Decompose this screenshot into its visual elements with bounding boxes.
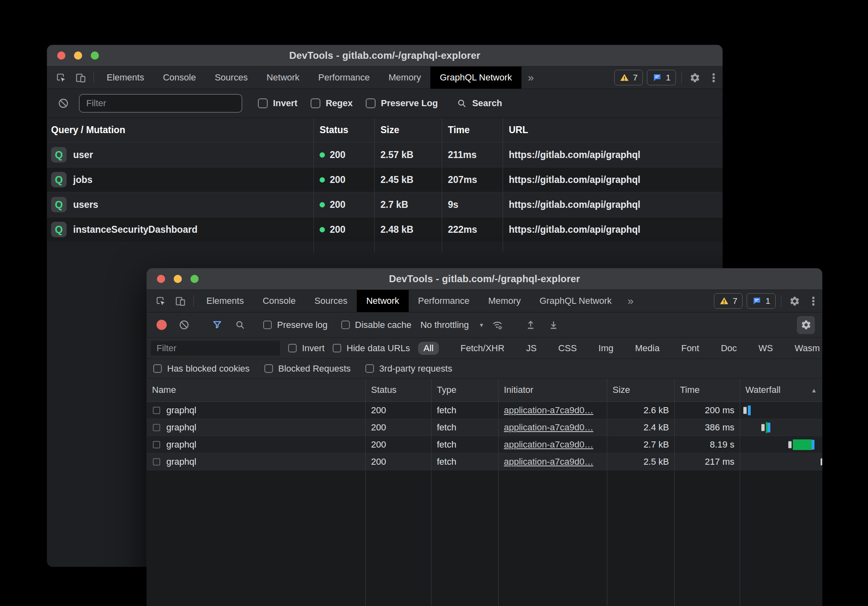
tab-network[interactable]: Network [357, 290, 409, 312]
filter-chip-fetch-xhr[interactable]: Fetch/XHR [455, 342, 510, 355]
overflow-menu-icon[interactable]: ⋮ [804, 290, 822, 312]
preserve-log-checkbox[interactable] [366, 98, 376, 108]
issues-warning-badge[interactable]: 7 [714, 293, 743, 309]
tab-graphql-network[interactable]: GraphQL Network [430, 67, 521, 89]
query-url: https://gitlab.com/api/graphql [503, 192, 723, 217]
messages-badge[interactable]: 1 [647, 70, 676, 85]
initiator-link[interactable]: application-a7ca9d0… [504, 439, 593, 450]
row-checkbox[interactable] [153, 407, 160, 414]
tab-elements[interactable]: Elements [97, 67, 154, 89]
initiator-link[interactable]: application-a7ca9d0… [504, 457, 593, 467]
tab-network[interactable]: Network [257, 67, 309, 89]
query-row-user[interactable]: Quser 200 2.57 kB 211ms https://gitlab.c… [47, 142, 723, 167]
column-header-type[interactable]: Type [431, 379, 498, 401]
tab-sources[interactable]: Sources [205, 67, 257, 89]
more-tabs-icon[interactable]: » [521, 67, 540, 89]
inspect-element-icon[interactable] [151, 290, 170, 312]
network-filter-input[interactable] [151, 341, 280, 356]
search-button[interactable]: Search [456, 98, 502, 109]
filter-chip-font[interactable]: Font [676, 342, 705, 355]
preserve-log-checkbox[interactable] [263, 321, 272, 329]
hide-data-urls-checkbox[interactable] [333, 344, 341, 352]
column-header-size[interactable]: Size [374, 118, 442, 142]
request-row[interactable]: graphql 200 fetch application-a7ca9d0… 2… [147, 402, 822, 419]
column-header-size[interactable]: Size [607, 379, 674, 401]
filter-chip-ws[interactable]: WS [753, 342, 778, 355]
filter-chip-img[interactable]: Img [593, 342, 619, 355]
filter-chip-css[interactable]: CSS [553, 342, 582, 355]
disable-cache-checkbox[interactable] [341, 321, 350, 329]
close-window-button[interactable] [57, 51, 65, 60]
invert-checkbox[interactable] [258, 98, 268, 108]
status-code: 200 [330, 174, 345, 185]
column-header-initiator[interactable]: Initiator [498, 379, 607, 401]
settings-gear-icon[interactable] [685, 67, 705, 89]
column-header-waterfall[interactable]: Waterfall ▲ [740, 379, 822, 401]
maximize-window-button[interactable] [91, 51, 99, 60]
tab-sources[interactable]: Sources [305, 290, 357, 312]
device-toolbar-icon[interactable] [170, 290, 190, 312]
throttling-dropdown[interactable]: No throttling ▼ [421, 320, 484, 330]
import-har-icon[interactable] [521, 319, 540, 330]
column-header-status[interactable]: Status [313, 118, 374, 142]
column-header-url[interactable]: URL [503, 118, 723, 142]
has-blocked-cookies-checkbox[interactable] [153, 364, 162, 373]
column-header-name[interactable]: Name [147, 379, 365, 401]
record-network-log-button[interactable] [157, 320, 167, 330]
request-row[interactable]: graphql 200 fetch application-a7ca9d0… 2… [147, 453, 822, 470]
issues-warning-badge[interactable]: 7 [614, 70, 643, 85]
query-row-instance-security-dashboard[interactable]: QinstanceSecurityDashboard 200 2.48 kB 2… [47, 217, 723, 242]
messages-badge[interactable]: 1 [747, 293, 776, 309]
row-checkbox[interactable] [153, 441, 160, 448]
third-party-requests-checkbox[interactable] [365, 364, 374, 373]
tab-console[interactable]: Console [253, 290, 305, 312]
clear-icon[interactable] [54, 98, 73, 109]
close-window-button[interactable] [157, 275, 165, 283]
overflow-menu-icon[interactable]: ⋮ [705, 67, 723, 89]
filter-funnel-icon[interactable] [207, 319, 227, 330]
regex-checkbox[interactable] [311, 98, 320, 108]
filter-chip-doc[interactable]: Doc [716, 342, 742, 355]
column-header-query-mutation[interactable]: Query / Mutation [47, 118, 313, 142]
request-row[interactable]: graphql 200 fetch application-a7ca9d0… 2… [147, 436, 822, 453]
tab-memory[interactable]: Memory [479, 290, 530, 312]
column-header-status[interactable]: Status [365, 379, 431, 401]
tab-performance[interactable]: Performance [309, 67, 379, 89]
tab-memory[interactable]: Memory [379, 67, 430, 89]
filter-chip-js[interactable]: JS [521, 342, 542, 355]
blocked-requests-checkbox[interactable] [264, 364, 273, 373]
row-checkbox[interactable] [153, 458, 160, 466]
initiator-link[interactable]: application-a7ca9d0… [504, 405, 593, 416]
column-header-time[interactable]: Time [442, 118, 503, 142]
network-settings-gear-icon[interactable] [797, 316, 815, 334]
minimize-window-button[interactable] [74, 51, 82, 60]
invert-checkbox[interactable] [288, 344, 297, 352]
inspect-element-icon[interactable] [51, 67, 71, 89]
request-name: graphql [166, 457, 196, 467]
filter-input[interactable] [79, 94, 242, 113]
chevron-down-icon: ▼ [479, 322, 484, 328]
query-row-users[interactable]: Qusers 200 2.7 kB 9s https://gitlab.com/… [47, 192, 723, 217]
clear-icon[interactable] [174, 319, 194, 330]
search-icon[interactable] [230, 319, 250, 330]
network-conditions-icon[interactable] [488, 319, 507, 331]
filter-chip-wasm[interactable]: Wasm [790, 342, 822, 355]
tab-graphql-network[interactable]: GraphQL Network [530, 290, 621, 312]
row-checkbox[interactable] [153, 424, 160, 431]
tab-console[interactable]: Console [154, 67, 206, 89]
query-time: 9s [442, 192, 503, 217]
minimize-window-button[interactable] [174, 275, 182, 283]
query-row-jobs[interactable]: Qjobs 200 2.45 kB 207ms https://gitlab.c… [47, 167, 723, 192]
filter-chip-media[interactable]: Media [630, 342, 665, 355]
maximize-window-button[interactable] [190, 275, 199, 283]
initiator-link[interactable]: application-a7ca9d0… [504, 422, 593, 433]
device-toolbar-icon[interactable] [71, 67, 90, 89]
request-row[interactable]: graphql 200 fetch application-a7ca9d0… 2… [147, 419, 822, 436]
settings-gear-icon[interactable] [785, 290, 804, 312]
tab-elements[interactable]: Elements [197, 290, 253, 312]
export-har-icon[interactable] [544, 319, 563, 330]
column-header-time[interactable]: Time [674, 379, 740, 401]
more-tabs-icon[interactable]: » [621, 290, 640, 312]
filter-chip-all[interactable]: All [418, 342, 438, 355]
tab-performance[interactable]: Performance [409, 290, 479, 312]
